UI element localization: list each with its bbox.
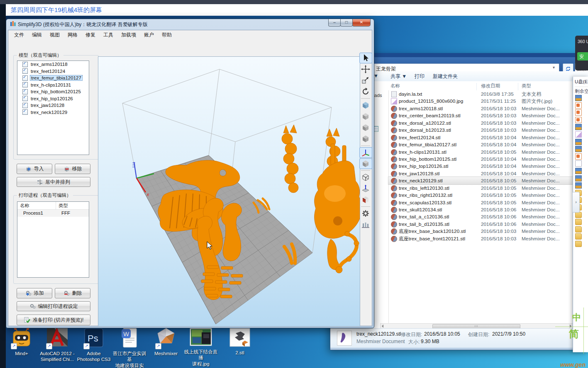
move-tool-button[interactable]: [359, 64, 372, 75]
ppt-file-icon[interactable]: [575, 117, 582, 123]
column-type[interactable]: 类型: [522, 83, 531, 89]
file-row[interactable]: trex_dorsal_a120122.stl2016/5/18 10:03Me…: [388, 119, 588, 126]
file-row[interactable]: trex_feet120124.stl2016/5/18 10:04Meshmi…: [388, 134, 588, 141]
share-button[interactable]: 共享 ▼: [390, 73, 407, 80]
print-button[interactable]: 打印: [415, 73, 425, 80]
model-checkbox[interactable]: [22, 109, 28, 115]
file-row[interactable]: trex_ribs_left120130.stl2016/5/18 10:05M…: [388, 184, 588, 191]
model-list-item[interactable]: trex_h-clips120131: [17, 82, 89, 89]
media-file-icon[interactable]: [575, 146, 582, 152]
ppt-file-icon[interactable]: [575, 109, 582, 116]
menu-item-3[interactable]: 网格: [68, 31, 78, 39]
folder-file-icon[interactable]: [575, 219, 582, 225]
view-cube-iso-button[interactable]: [359, 133, 372, 144]
file-row[interactable]: trex_ribs_right120132.stl2016/5/18 10:05…: [388, 191, 588, 199]
file-row[interactable]: dayin.la.txt2016/3/8 17:35文本文档: [388, 90, 588, 97]
model-list-item[interactable]: trex_hip_bottom120125: [17, 88, 89, 95]
model-list-item[interactable]: trex_hip_top120126: [17, 95, 89, 102]
file-row[interactable]: trex_dorsal_b120123.stl2016/5/18 10:03Me…: [388, 126, 588, 133]
image-file-icon[interactable]: [575, 131, 582, 138]
menu-item-2[interactable]: 视图: [50, 31, 60, 39]
remove-button[interactable]: 移除: [55, 164, 90, 174]
select-cursor-button[interactable]: [359, 53, 372, 63]
view-cube-front-button[interactable]: [359, 111, 372, 122]
menu-item-5[interactable]: 工具: [103, 31, 113, 39]
wireframe-view-button[interactable]: [359, 172, 372, 183]
view-cube-top-button[interactable]: [359, 100, 372, 111]
menu-item-6[interactable]: 加载项: [121, 31, 136, 39]
desktop-icon-word-doc[interactable]: W 晋江市产业实训基地建设项目实施...: [111, 327, 148, 368]
file-row[interactable]: trex_tail_b_d120135.stl2016/5/18 10:06Me…: [388, 220, 588, 228]
media-file-icon[interactable]: [575, 139, 582, 145]
edit-process-button[interactable]: 编辑打印进程设定: [17, 301, 90, 311]
model-list-item[interactable]: trex_jaw120128: [17, 102, 89, 109]
model-checkbox[interactable]: [22, 82, 28, 87]
new-folder-button[interactable]: 新建文件夹: [433, 73, 458, 80]
file-row[interactable]: trex_h-clips120131.stl2016/5/18 10:05Mes…: [388, 148, 588, 155]
close-button[interactable]: ✕: [352, 19, 371, 27]
doc-file-icon[interactable]: [575, 160, 582, 167]
desktop-icon-meshmixer[interactable]: ↗ Meshmixer: [148, 327, 184, 356]
desktop-icon-autocad[interactable]: ↗ AutoCAD 2012 -Simplified Chi...: [39, 327, 76, 363]
file-row[interactable]: 底座trex_base_front120121.stl2016/5/18 10:…: [388, 235, 588, 242]
model-checkbox[interactable]: [22, 75, 28, 81]
desktop-icon-photoshop[interactable]: Ps ↗ AdobePhotoshop CS3: [76, 327, 112, 363]
add-process-button[interactable]: 添加: [17, 288, 52, 298]
ime-simplified-indicator[interactable]: 简: [569, 327, 579, 341]
coordinate-axes-button[interactable]: [359, 147, 372, 158]
model-list-item[interactable]: trex_femur_tibia120127: [17, 75, 89, 82]
scroll-left-icon[interactable]: [382, 324, 383, 328]
maximize-button[interactable]: □: [340, 19, 353, 27]
desktop-icon-stl[interactable]: 2.stl: [222, 327, 258, 356]
media-file-icon[interactable]: [575, 95, 582, 101]
media-file-icon[interactable]: [575, 182, 582, 189]
process-col-type[interactable]: 类型: [56, 202, 68, 209]
ppt-file-icon[interactable]: [575, 153, 582, 160]
file-row[interactable]: trex_jaw120128.stl2016/5/18 10:04Meshmix…: [388, 170, 588, 177]
minimize-button[interactable]: –: [328, 19, 341, 27]
model-checkbox[interactable]: [22, 62, 28, 67]
center-arrange-button[interactable]: 居中并排列: [17, 177, 90, 187]
file-row[interactable]: product_120115_800x600.jpg2017/5/31 11:2…: [388, 97, 588, 104]
model-list-item[interactable]: trex_arms120118: [17, 61, 89, 68]
machine-settings-button[interactable]: [359, 208, 372, 219]
file-row[interactable]: trex_scapulas120133.stl2016/5/18 10:05Me…: [388, 199, 588, 206]
model-checkbox[interactable]: [22, 103, 28, 108]
view-cube-side-button[interactable]: [359, 122, 372, 133]
file-row[interactable]: trex_arms120118.stl2016/5/18 10:03Meshmi…: [388, 105, 588, 112]
model-list-item[interactable]: trex_feet120124: [17, 68, 89, 75]
menu-item-4[interactable]: 修复: [85, 31, 95, 39]
prepare-print-button[interactable]: 准备打印 (切片并预览)!: [17, 315, 90, 325]
model-checkbox[interactable]: [22, 68, 28, 74]
rotate-tool-button[interactable]: [359, 86, 372, 97]
model-list-item[interactable]: trex_neck120129: [17, 109, 89, 116]
folder-file-icon[interactable]: [575, 226, 582, 232]
ime-chinese-indicator[interactable]: 中: [572, 312, 581, 323]
file-row[interactable]: trex_center_beam120119.stl2016/5/18 10:0…: [388, 112, 588, 119]
menu-item-0[interactable]: 文件: [14, 31, 24, 39]
cross-section-button[interactable]: [359, 194, 372, 205]
file-row[interactable]: trex_tail_a_c120136.stl2016/5/18 10:06Me…: [388, 213, 588, 220]
folder-file-icon[interactable]: [575, 241, 582, 247]
process-col-name[interactable]: 名称: [17, 202, 56, 209]
ppt-file-icon[interactable]: [575, 102, 582, 109]
desktop-icon-jpg[interactable]: 线上线下结合直播课程.jpg: [183, 327, 219, 367]
media-file-icon[interactable]: [575, 124, 582, 130]
menu-item-8[interactable]: 帮助: [162, 31, 172, 39]
file-row[interactable]: trex_neck120129.stl2016/5/18 10:05Meshmi…: [388, 177, 588, 184]
file-row[interactable]: trex_femur_tibia120127.stl2016/5/18 10:0…: [388, 141, 588, 148]
menu-item-1[interactable]: 编辑: [32, 31, 42, 39]
file-row[interactable]: trex_skull120134.stl2016/5/18 10:06Meshm…: [388, 206, 588, 213]
nav-item-fragment[interactable]: ads: [374, 93, 382, 98]
popup-360-safe-button[interactable]: 安: [577, 52, 588, 61]
folder-file-icon[interactable]: [575, 233, 582, 240]
solid-view-button[interactable]: [359, 158, 372, 169]
process-row[interactable]: Process1 FFF: [17, 210, 89, 217]
media-file-icon[interactable]: [575, 168, 582, 174]
model-checkbox[interactable]: [22, 96, 28, 101]
file-row[interactable]: 底座trex_base_back120120.stl2016/5/18 10:0…: [388, 228, 588, 235]
file-row[interactable]: trex_hip_top120126.stl2016/5/18 10:04Mes…: [388, 162, 588, 169]
column-name[interactable]: 名称: [390, 83, 400, 89]
desktop-icon-mindplus[interactable]: ↗ Mind+: [3, 327, 40, 356]
import-button[interactable]: 导入: [17, 164, 52, 174]
